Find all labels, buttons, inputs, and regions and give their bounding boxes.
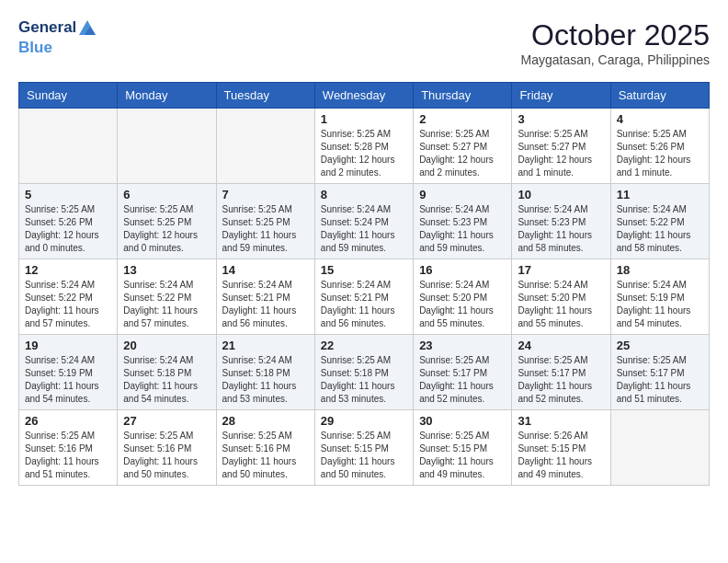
day-number: 27 (123, 414, 210, 428)
day-number: 9 (419, 188, 506, 201)
day-info: Sunrise: 5:25 AM Sunset: 5:17 PM Dayligh… (617, 354, 703, 406)
calendar-cell: 19Sunrise: 5:24 AM Sunset: 5:19 PM Dayli… (19, 335, 118, 410)
calendar-cell: 4Sunrise: 5:25 AM Sunset: 5:26 PM Daylig… (610, 109, 709, 184)
day-number: 21 (222, 339, 309, 352)
day-info: Sunrise: 5:24 AM Sunset: 5:19 PM Dayligh… (25, 354, 111, 406)
day-number: 19 (25, 339, 111, 352)
day-number: 13 (123, 263, 210, 277)
calendar-cell: 10Sunrise: 5:24 AM Sunset: 5:23 PM Dayli… (512, 184, 610, 259)
day-info: Sunrise: 5:25 AM Sunset: 5:16 PM Dayligh… (222, 430, 309, 481)
calendar-cell: 6Sunrise: 5:25 AM Sunset: 5:25 PM Daylig… (118, 184, 216, 259)
day-header-wednesday: Wednesday (314, 83, 413, 109)
calendar-cell (610, 410, 709, 486)
day-number: 29 (321, 414, 407, 428)
calendar-cell: 27Sunrise: 5:25 AM Sunset: 5:16 PM Dayli… (118, 410, 216, 486)
day-number: 24 (518, 339, 604, 352)
day-info: Sunrise: 5:25 AM Sunset: 5:28 PM Dayligh… (321, 128, 407, 179)
calendar-cell: 5Sunrise: 5:25 AM Sunset: 5:26 PM Daylig… (19, 184, 118, 259)
calendar-cell: 13Sunrise: 5:24 AM Sunset: 5:22 PM Dayli… (118, 259, 216, 335)
day-info: Sunrise: 5:25 AM Sunset: 5:16 PM Dayligh… (25, 430, 111, 481)
calendar-cell: 11Sunrise: 5:24 AM Sunset: 5:22 PM Dayli… (610, 184, 709, 259)
logo-text: General (18, 18, 97, 39)
calendar-cell: 17Sunrise: 5:24 AM Sunset: 5:20 PM Dayli… (512, 259, 610, 335)
day-number: 3 (518, 112, 604, 126)
day-info: Sunrise: 5:24 AM Sunset: 5:22 PM Dayligh… (25, 279, 111, 330)
calendar-cell: 22Sunrise: 5:25 AM Sunset: 5:18 PM Dayli… (314, 335, 413, 410)
day-info: Sunrise: 5:25 AM Sunset: 5:15 PM Dayligh… (321, 430, 407, 481)
day-number: 23 (419, 339, 506, 352)
day-info: Sunrise: 5:25 AM Sunset: 5:16 PM Dayligh… (123, 430, 210, 481)
logo-icon (77, 18, 97, 39)
day-info: Sunrise: 5:24 AM Sunset: 5:21 PM Dayligh… (222, 279, 309, 330)
logo: General Blue (18, 18, 97, 57)
day-info: Sunrise: 5:25 AM Sunset: 5:27 PM Dayligh… (518, 128, 604, 179)
day-number: 14 (222, 263, 309, 277)
day-number: 8 (321, 188, 407, 201)
day-number: 2 (419, 112, 506, 126)
calendar-week-row: 5Sunrise: 5:25 AM Sunset: 5:26 PM Daylig… (19, 184, 710, 259)
day-header-tuesday: Tuesday (216, 83, 314, 109)
day-number: 26 (25, 414, 111, 428)
day-info: Sunrise: 5:25 AM Sunset: 5:26 PM Dayligh… (617, 128, 703, 179)
day-number: 1 (321, 112, 407, 126)
day-number: 17 (518, 263, 604, 277)
day-number: 11 (617, 188, 703, 201)
day-info: Sunrise: 5:24 AM Sunset: 5:21 PM Dayligh… (321, 279, 407, 330)
day-header-thursday: Thursday (414, 83, 512, 109)
day-info: Sunrise: 5:24 AM Sunset: 5:22 PM Dayligh… (123, 279, 210, 330)
calendar-cell: 25Sunrise: 5:25 AM Sunset: 5:17 PM Dayli… (610, 335, 709, 410)
location-subtitle: Maygatasan, Caraga, Philippines (521, 52, 710, 67)
calendar-week-row: 1Sunrise: 5:25 AM Sunset: 5:28 PM Daylig… (19, 109, 710, 184)
day-number: 25 (617, 339, 703, 352)
day-header-friday: Friday (512, 83, 610, 109)
calendar-cell: 24Sunrise: 5:25 AM Sunset: 5:17 PM Dayli… (512, 335, 610, 410)
calendar-cell: 2Sunrise: 5:25 AM Sunset: 5:27 PM Daylig… (414, 109, 512, 184)
day-info: Sunrise: 5:24 AM Sunset: 5:23 PM Dayligh… (419, 203, 506, 255)
day-info: Sunrise: 5:25 AM Sunset: 5:27 PM Dayligh… (419, 128, 506, 179)
day-number: 18 (617, 263, 703, 277)
month-title: October 2025 (521, 18, 710, 52)
calendar-cell (19, 109, 118, 184)
day-number: 6 (123, 188, 210, 201)
day-info: Sunrise: 5:25 AM Sunset: 5:25 PM Dayligh… (222, 203, 309, 255)
calendar-cell: 28Sunrise: 5:25 AM Sunset: 5:16 PM Dayli… (216, 410, 314, 486)
day-number: 15 (321, 263, 407, 277)
calendar-week-row: 12Sunrise: 5:24 AM Sunset: 5:22 PM Dayli… (19, 259, 710, 335)
day-info: Sunrise: 5:25 AM Sunset: 5:26 PM Dayligh… (25, 203, 111, 255)
day-number: 12 (25, 263, 111, 277)
calendar-cell: 30Sunrise: 5:25 AM Sunset: 5:15 PM Dayli… (414, 410, 512, 486)
day-number: 20 (123, 339, 210, 352)
day-number: 30 (419, 414, 506, 428)
calendar-cell: 1Sunrise: 5:25 AM Sunset: 5:28 PM Daylig… (314, 109, 413, 184)
calendar-cell: 15Sunrise: 5:24 AM Sunset: 5:21 PM Dayli… (314, 259, 413, 335)
calendar-cell: 7Sunrise: 5:25 AM Sunset: 5:25 PM Daylig… (216, 184, 314, 259)
day-number: 10 (518, 188, 604, 201)
calendar-cell: 9Sunrise: 5:24 AM Sunset: 5:23 PM Daylig… (414, 184, 512, 259)
day-info: Sunrise: 5:24 AM Sunset: 5:23 PM Dayligh… (518, 203, 604, 255)
day-info: Sunrise: 5:24 AM Sunset: 5:20 PM Dayligh… (419, 279, 506, 330)
day-info: Sunrise: 5:25 AM Sunset: 5:17 PM Dayligh… (518, 354, 604, 406)
day-header-saturday: Saturday (610, 83, 709, 109)
calendar-cell: 21Sunrise: 5:24 AM Sunset: 5:18 PM Dayli… (216, 335, 314, 410)
calendar-table: SundayMondayTuesdayWednesdayThursdayFrid… (18, 82, 710, 486)
day-number: 4 (617, 112, 703, 126)
day-info: Sunrise: 5:25 AM Sunset: 5:17 PM Dayligh… (419, 354, 506, 406)
calendar-cell (216, 109, 314, 184)
day-info: Sunrise: 5:26 AM Sunset: 5:15 PM Dayligh… (518, 430, 604, 481)
calendar-cell: 8Sunrise: 5:24 AM Sunset: 5:24 PM Daylig… (314, 184, 413, 259)
calendar-cell: 14Sunrise: 5:24 AM Sunset: 5:21 PM Dayli… (216, 259, 314, 335)
day-header-monday: Monday (118, 83, 216, 109)
day-number: 31 (518, 414, 604, 428)
day-number: 28 (222, 414, 309, 428)
calendar-cell: 3Sunrise: 5:25 AM Sunset: 5:27 PM Daylig… (512, 109, 610, 184)
day-info: Sunrise: 5:25 AM Sunset: 5:18 PM Dayligh… (321, 354, 407, 406)
calendar-cell: 29Sunrise: 5:25 AM Sunset: 5:15 PM Dayli… (314, 410, 413, 486)
day-number: 7 (222, 188, 309, 201)
day-info: Sunrise: 5:25 AM Sunset: 5:15 PM Dayligh… (419, 430, 506, 481)
calendar-cell: 31Sunrise: 5:26 AM Sunset: 5:15 PM Dayli… (512, 410, 610, 486)
calendar-week-row: 26Sunrise: 5:25 AM Sunset: 5:16 PM Dayli… (19, 410, 710, 486)
day-info: Sunrise: 5:25 AM Sunset: 5:25 PM Dayligh… (123, 203, 210, 255)
calendar-cell: 12Sunrise: 5:24 AM Sunset: 5:22 PM Dayli… (19, 259, 118, 335)
day-info: Sunrise: 5:24 AM Sunset: 5:18 PM Dayligh… (123, 354, 210, 406)
calendar-cell (118, 109, 216, 184)
